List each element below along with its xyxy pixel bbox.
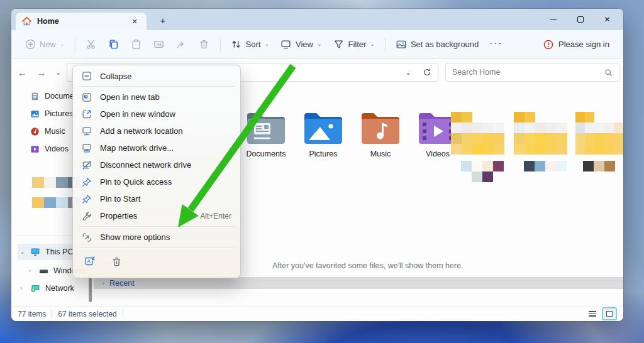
new-label: New xyxy=(40,40,56,49)
details-view-button[interactable] xyxy=(586,308,599,320)
menu-item-add-network-location[interactable]: Add a network location xyxy=(75,122,238,139)
disconnect-network-drive-icon xyxy=(82,160,92,170)
back-button[interactable]: ← xyxy=(18,59,27,85)
tab-close-icon[interactable]: ✕ xyxy=(129,16,140,27)
pixelated-folder-tile[interactable] xyxy=(514,112,567,155)
large-icons-view-button[interactable] xyxy=(602,307,617,320)
more-options-icon[interactable]: ··· xyxy=(484,37,508,48)
minimize-button[interactable] xyxy=(540,9,567,30)
menu-item-open-in-new-tab[interactable]: Open in new tab xyxy=(75,89,238,106)
menu-label: Properties xyxy=(100,211,137,220)
desktop: Home ✕ + ✕ New ⌄ xyxy=(0,0,644,343)
paste-button[interactable] xyxy=(125,33,148,56)
pin-icon xyxy=(82,177,92,187)
toolbar-separator xyxy=(75,38,75,52)
menu-item-pin-to-start[interactable]: Pin to Start xyxy=(75,190,238,207)
chevron-down-icon: ⌄ xyxy=(264,41,269,47)
command-toolbar: New ⌄ A xyxy=(11,30,623,59)
status-separator xyxy=(123,310,123,318)
chevron-right-icon: › xyxy=(103,280,104,286)
folder-tile-documents[interactable]: Documents xyxy=(238,111,294,158)
chevron-right-icon: › xyxy=(20,285,22,291)
recent-label: Recent xyxy=(109,279,135,288)
pixelated-label xyxy=(524,161,567,172)
filter-button[interactable]: Filter ⌄ xyxy=(327,33,380,56)
sidebar-label: Pictures xyxy=(45,109,73,118)
sidebar-label: Videos xyxy=(45,144,69,153)
collapse-icon xyxy=(82,71,92,81)
recent-section-header[interactable]: › Recent xyxy=(94,277,623,289)
sidebar-scrollbar[interactable] xyxy=(89,275,92,302)
search-box[interactable] xyxy=(445,63,619,82)
sign-in-button[interactable]: Please sign in xyxy=(537,40,616,50)
menu-label: Show more options xyxy=(100,232,170,242)
selected-count: 67 items selected xyxy=(58,310,116,318)
minimize-icon xyxy=(550,19,557,20)
pixelated-folder-tile[interactable] xyxy=(451,112,504,155)
chevron-down-icon: ⌄ xyxy=(370,41,375,47)
address-dropdown-chevron-icon[interactable]: ⌄ xyxy=(400,64,416,80)
sort-button[interactable]: Sort ⌄ xyxy=(225,33,275,56)
open-new-window-icon xyxy=(82,109,92,119)
recent-locations-chevron-icon[interactable]: ⌄ xyxy=(55,59,61,85)
tab-home[interactable]: Home ✕ xyxy=(16,13,147,30)
window-controls: ✕ xyxy=(540,9,621,30)
search-icon xyxy=(604,68,613,77)
folder-tile-music[interactable]: Music xyxy=(353,111,408,158)
context-menu: Collapse Open in new tab Open in new win… xyxy=(72,65,241,278)
cut-button[interactable] xyxy=(80,33,103,56)
copy-button[interactable] xyxy=(103,33,125,56)
delete-icon[interactable] xyxy=(109,254,123,268)
set-as-background-button[interactable]: Set as background xyxy=(390,33,484,56)
folder-tile-label: Documents xyxy=(238,150,294,158)
delete-button[interactable] xyxy=(193,33,216,56)
add-network-location-icon xyxy=(82,126,92,136)
view-label: View xyxy=(296,40,313,49)
this-pc-icon xyxy=(30,248,40,256)
new-tab-button[interactable]: + xyxy=(156,14,170,26)
menu-label: Pin to Quick access xyxy=(100,177,172,187)
maximize-button[interactable] xyxy=(567,9,594,30)
toolbar-separator xyxy=(385,38,386,52)
pixelated-folder-tile[interactable] xyxy=(575,112,623,155)
menu-item-map-network-drive[interactable]: Map network drive... xyxy=(75,139,238,156)
titlebar: Home ✕ + ✕ xyxy=(11,9,623,30)
rename-icon[interactable]: A xyxy=(83,254,97,268)
menu-item-show-more-options[interactable]: Show more options xyxy=(75,229,238,246)
alert-circle-icon xyxy=(543,40,553,50)
set-as-background-label: Set as background xyxy=(411,40,479,49)
menu-label: Open in new window xyxy=(100,109,175,119)
new-button[interactable]: New ⌄ xyxy=(19,33,70,56)
menu-item-properties[interactable]: Properties Alt+Enter xyxy=(75,207,238,224)
search-input[interactable] xyxy=(452,68,599,77)
share-icon xyxy=(176,39,187,50)
menu-item-pin-to-quick-access[interactable]: Pin to Quick access xyxy=(75,173,238,190)
pin-icon xyxy=(82,194,92,204)
share-button[interactable] xyxy=(170,33,193,56)
new-plus-icon xyxy=(25,39,36,50)
menu-label: Collapse xyxy=(100,72,132,81)
hard-drive-icon xyxy=(39,267,48,275)
menu-item-open-in-new-window[interactable]: Open in new window xyxy=(75,106,238,122)
menu-label: Map network drive... xyxy=(100,143,174,153)
videos-icon xyxy=(30,144,40,154)
home-icon xyxy=(22,17,31,26)
close-button[interactable]: ✕ xyxy=(594,9,621,30)
cut-icon xyxy=(86,39,97,50)
menu-item-collapse[interactable]: Collapse xyxy=(75,68,238,84)
rename-button[interactable]: A xyxy=(148,33,170,56)
menu-item-disconnect-network-drive[interactable]: Disconnect network drive xyxy=(75,156,238,173)
map-network-drive-icon xyxy=(82,143,92,153)
menu-label: Add a network location xyxy=(100,126,183,136)
sidebar-item-network[interactable]: › Network xyxy=(18,280,92,297)
chevron-down-icon: ⌄ xyxy=(60,41,65,47)
folder-tile-pictures[interactable]: Pictures xyxy=(296,111,351,158)
trash-icon xyxy=(199,39,210,50)
filter-label: Filter xyxy=(348,40,366,49)
refresh-icon[interactable] xyxy=(419,64,435,80)
large-icons-view-icon xyxy=(606,311,613,317)
view-button[interactable]: View ⌄ xyxy=(275,33,328,56)
close-icon: ✕ xyxy=(604,15,610,24)
forward-button[interactable]: → xyxy=(36,59,46,85)
sidebar-label: Network xyxy=(45,284,74,293)
